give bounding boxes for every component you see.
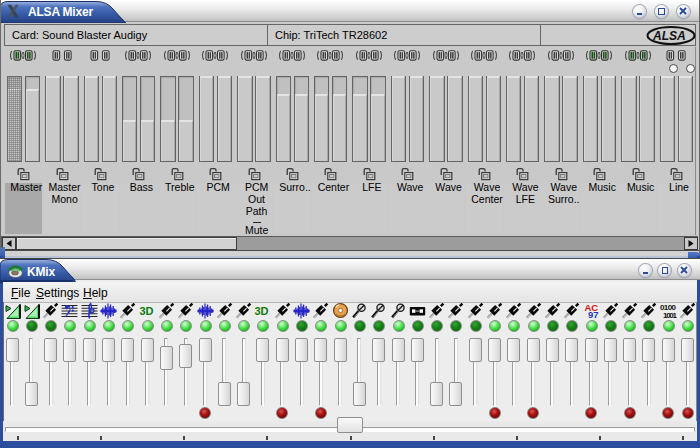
svg-text:97: 97 bbox=[588, 309, 599, 319]
svg-text:3D: 3D bbox=[255, 304, 269, 316]
svg-text:3D: 3D bbox=[139, 304, 153, 316]
svg-text:ALSA: ALSA bbox=[652, 29, 686, 43]
svg-text:1001: 1001 bbox=[663, 310, 677, 319]
